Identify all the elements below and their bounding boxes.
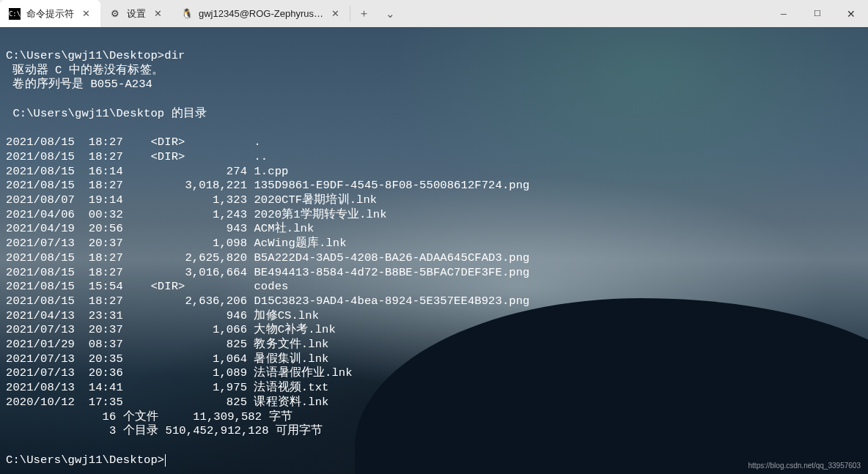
tab-dropdown-button[interactable]: ⌄ [377,0,403,27]
window-controls: ─ ☐ ✕ [767,0,868,27]
close-icon[interactable]: ✕ [329,8,341,20]
new-tab-button[interactable]: ＋ [350,0,377,27]
cmd-icon: C:\ [9,8,21,20]
tab-label: gwj12345@ROG-ZephyrusG14: [199,8,323,19]
maximize-button[interactable]: ☐ [801,0,834,27]
minimize-button[interactable]: ─ [767,0,801,27]
titlebar: C:\ 命令提示符 ✕ ⚙ 设置 ✕ 🐧 gwj12345@ROG-Zephyr… [0,0,868,27]
gear-icon: ⚙ [109,8,121,20]
tab-strip: C:\ 命令提示符 ✕ ⚙ 设置 ✕ 🐧 gwj12345@ROG-Zephyr… [0,0,767,27]
tab-label: 设置 [127,7,146,21]
tab-label: 命令提示符 [26,7,74,21]
tab-cmd[interactable]: C:\ 命令提示符 ✕ [0,0,100,27]
close-icon[interactable]: ✕ [152,8,163,20]
close-icon[interactable]: ✕ [80,8,92,20]
close-window-button[interactable]: ✕ [834,0,868,27]
tux-icon: 🐧 [181,8,193,20]
tab-wsl[interactable]: 🐧 gwj12345@ROG-ZephyrusG14: ✕ [172,0,350,27]
cursor [165,454,166,467]
tab-settings[interactable]: ⚙ 设置 ✕ [100,0,172,27]
watermark: https://blog.csdn.net/qq_33957603 [749,462,861,470]
terminal-area[interactable]: C:\Users\gwj11\Desktop>dir 驱动器 C 中的卷没有标签… [0,27,868,474]
